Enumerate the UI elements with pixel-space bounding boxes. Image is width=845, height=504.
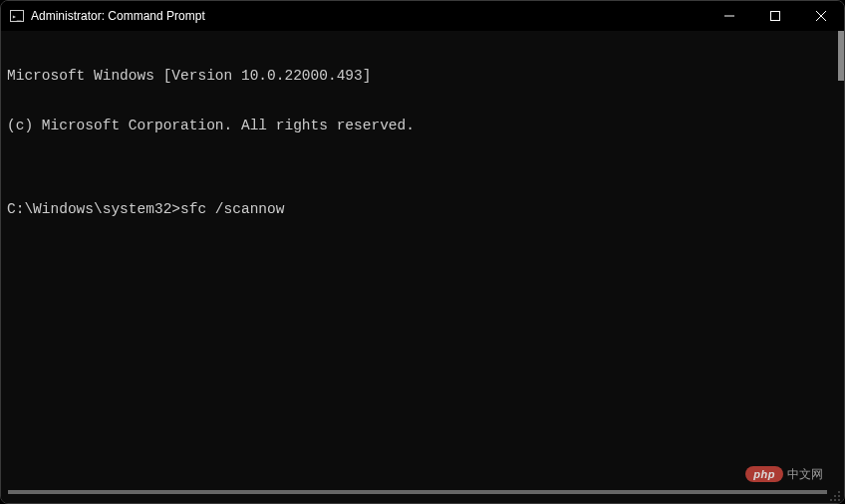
resize-grip[interactable] [829,488,841,500]
terminal-output[interactable]: Microsoft Windows [Version 10.0.22000.49… [1,31,844,503]
vertical-scrollbar[interactable] [838,31,844,81]
terminal-line: Microsoft Windows [Version 10.0.22000.49… [7,68,838,85]
watermark-text: 中文网 [787,467,823,482]
terminal-line: (c) Microsoft Corporation. All rights re… [7,118,838,134]
close-button[interactable] [798,1,844,31]
svg-point-10 [834,499,836,501]
window-controls [706,1,844,31]
titlebar[interactable]: ▸_ Administrator: Command Prompt [1,1,844,31]
svg-rect-3 [771,12,780,21]
svg-point-6 [838,491,840,493]
svg-point-8 [838,495,840,497]
watermark-badge: php [745,466,783,482]
window-title: Administrator: Command Prompt [31,9,205,23]
maximize-button[interactable] [752,1,798,31]
svg-point-9 [830,499,832,501]
minimize-button[interactable] [706,1,752,31]
command-prompt-window: ▸_ Administrator: Command Prompt Microso… [0,0,845,504]
svg-point-11 [838,499,840,501]
terminal-prompt-line: C:\Windows\system32>sfc /scannow [7,201,838,218]
watermark: php 中文网 [745,466,823,482]
cmd-icon: ▸_ [9,8,25,24]
horizontal-scrollbar[interactable] [8,490,827,494]
svg-text:▸_: ▸_ [12,12,22,21]
svg-point-7 [834,495,836,497]
